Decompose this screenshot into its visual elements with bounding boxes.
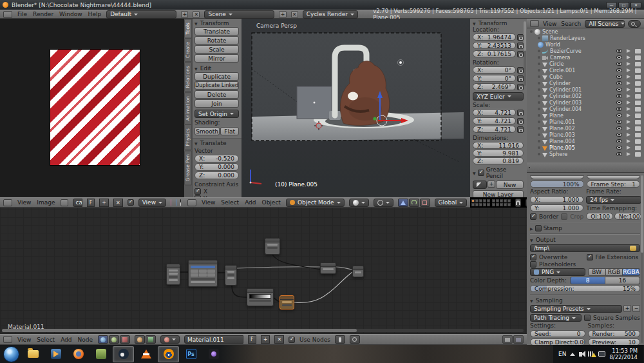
- tab-scene[interactable]: [534, 167, 535, 168]
- tab-world[interactable]: [536, 167, 538, 168]
- outliner-row-plane002[interactable]: Plane.002: [527, 125, 644, 132]
- eye-toggle[interactable]: [616, 139, 622, 143]
- selectable-toggle[interactable]: [627, 139, 630, 143]
- remap-new-field[interactable]: Ne:100: [614, 213, 641, 220]
- outliner-search-input[interactable]: [628, 20, 641, 28]
- scale-y-field[interactable]: Y:4.721: [473, 117, 516, 124]
- gp-new-layer-button[interactable]: New Layer: [473, 190, 524, 197]
- eye-toggle[interactable]: [616, 120, 622, 124]
- tree-type-compositing-button[interactable]: [146, 335, 156, 344]
- gray-panel-object[interactable]: [297, 86, 332, 119]
- node-mapping[interactable]: [166, 264, 180, 285]
- outliner-row-beziercurve[interactable]: BezierCurve: [527, 48, 644, 54]
- outliner-row-plane003[interactable]: Plane.003: [527, 132, 644, 138]
- tab-particles[interactable]: [554, 167, 556, 168]
- material-datablock-icon-select[interactable]: [160, 335, 180, 344]
- maximize-button[interactable]: ▢: [618, 2, 629, 8]
- layers-group-1[interactable]: [471, 199, 490, 206]
- unlink-image-button[interactable]: ✕: [113, 199, 123, 207]
- tab-render-layers[interactable]: [531, 167, 533, 168]
- start-button[interactable]: [3, 346, 19, 362]
- render-toggle[interactable]: [635, 113, 641, 118]
- resolution-y-field-clipped[interactable]: [530, 175, 584, 179]
- view3d-menu-view[interactable]: View: [201, 199, 216, 206]
- render-toggle[interactable]: [635, 133, 641, 137]
- end-frame-field-clipped[interactable]: [587, 175, 641, 179]
- selectable-toggle[interactable]: [627, 68, 630, 72]
- lock-icon[interactable]: [517, 118, 524, 124]
- selectable-toggle[interactable]: [627, 62, 630, 66]
- new-image-button[interactable]: +: [99, 199, 109, 207]
- tab-tools[interactable]: Tools: [184, 19, 192, 38]
- eye-toggle[interactable]: [616, 68, 622, 72]
- uv-editor-type-icon[interactable]: [3, 199, 12, 206]
- sampling-panel[interactable]: Sampling: [530, 297, 640, 304]
- manipulator-scale-button[interactable]: [420, 199, 430, 207]
- material-unlink-button[interactable]: ✕: [274, 335, 284, 344]
- viewport-shading-select[interactable]: [349, 199, 369, 207]
- taskbar-explorer-button[interactable]: [23, 346, 44, 362]
- editor-type-icon[interactable]: [3, 11, 12, 18]
- selectable-toggle[interactable]: [627, 75, 630, 79]
- fake-user-button[interactable]: F: [87, 199, 95, 207]
- node-group-icon[interactable]: [502, 335, 513, 344]
- render-toggle[interactable]: [635, 107, 641, 112]
- selectable-toggle[interactable]: [627, 120, 630, 124]
- viewport-3d[interactable]: Camera Persp (10) Plane.005: [242, 19, 470, 197]
- outliner-row-cylinder[interactable]: Cylinder: [527, 80, 644, 86]
- location-y-field[interactable]: Y:2.43513: [473, 42, 516, 49]
- uv-display-mode-select[interactable]: View: [138, 199, 166, 207]
- taskbar-photoshop-button[interactable]: Ps: [180, 346, 202, 362]
- outliner-row-sphere[interactable]: Sphere: [527, 151, 644, 157]
- border-checkbox[interactable]: [530, 213, 536, 220]
- shader-type-object-button[interactable]: [98, 335, 108, 344]
- node-shader-selected[interactable]: [279, 295, 294, 309]
- tab-object[interactable]: [539, 167, 540, 168]
- uv-image-editor[interactable]: [0, 19, 184, 197]
- sampling-presets-select[interactable]: Sampling Presets: [530, 305, 622, 313]
- eye-toggle[interactable]: [616, 152, 622, 156]
- aspect-x-field[interactable]: X:1.000: [530, 196, 583, 203]
- material-fake-user-button[interactable]: F: [248, 335, 256, 344]
- layers-group-2[interactable]: [492, 199, 511, 206]
- use-nodes-checkbox[interactable]: [289, 337, 295, 343]
- add-layout-button[interactable]: +: [181, 11, 188, 18]
- outliner-row-world[interactable]: World: [527, 41, 644, 48]
- placeholders-checkbox[interactable]: [530, 261, 536, 268]
- gp-new-button[interactable]: New: [496, 181, 524, 189]
- node-colorramp[interactable]: [247, 288, 274, 306]
- mirror-button[interactable]: Mirror: [194, 54, 239, 63]
- selectable-toggle[interactable]: [627, 152, 630, 156]
- square-samples-checkbox[interactable]: [584, 315, 591, 321]
- selectable-toggle[interactable]: [627, 146, 630, 150]
- tab-data[interactable]: [547, 167, 548, 168]
- scale-button[interactable]: Scale: [194, 45, 239, 54]
- vector-z-field[interactable]: Z:0.000: [194, 172, 239, 179]
- render-toggle[interactable]: [635, 62, 641, 66]
- node-texcoord[interactable]: [265, 238, 280, 255]
- language-indicator[interactable]: EN: [558, 351, 566, 357]
- lock-icon[interactable]: [517, 34, 524, 41]
- render-toggle[interactable]: [635, 94, 641, 99]
- set-origin-select[interactable]: Set Origin: [194, 110, 239, 118]
- node-output-material[interactable]: [352, 266, 364, 277]
- tab-grease-pencil[interactable]: Grease Pen: [184, 150, 192, 185]
- selectable-toggle[interactable]: [627, 126, 630, 130]
- rotation-mode-select[interactable]: XYZ Euler: [473, 92, 524, 101]
- output-path-field[interactable]: /tmp\: [530, 244, 640, 252]
- duplicate-linked-button[interactable]: Duplicate Linked: [194, 81, 239, 90]
- translate-button[interactable]: Translate: [194, 27, 239, 35]
- lock-icon[interactable]: [517, 43, 524, 49]
- view3d-menu-select[interactable]: Select: [220, 199, 240, 206]
- vector-y-field[interactable]: Y:0.000: [194, 163, 239, 171]
- outliner-row-plane[interactable]: Plane: [527, 112, 644, 119]
- outliner-menu-view[interactable]: View: [542, 21, 557, 27]
- file-format-select[interactable]: PNG: [530, 268, 585, 276]
- selectable-toggle[interactable]: [627, 49, 630, 53]
- eye-toggle[interactable]: [616, 107, 622, 111]
- npanel-transform-title[interactable]: Transform: [473, 20, 524, 26]
- folder-icon[interactable]: [630, 246, 636, 251]
- uv-menu-image[interactable]: Image: [36, 199, 55, 206]
- render-toggle[interactable]: [635, 126, 641, 131]
- crop-checkbox[interactable]: [561, 213, 567, 220]
